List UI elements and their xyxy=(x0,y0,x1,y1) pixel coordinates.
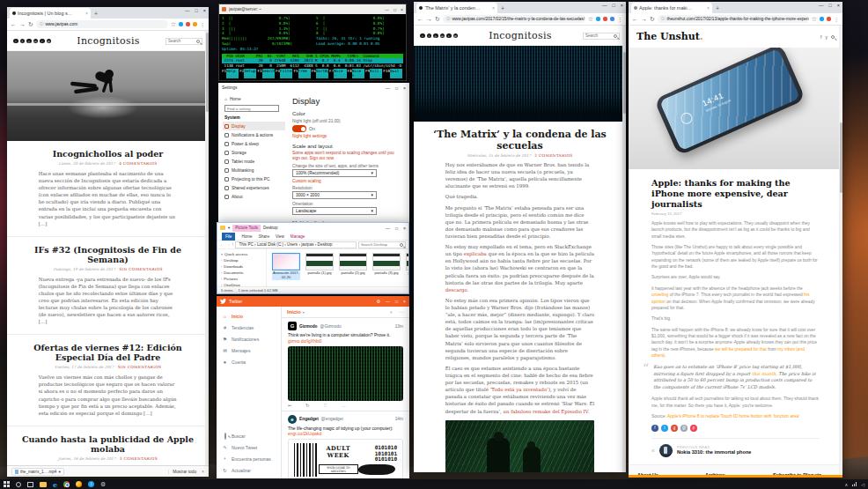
minimize-button[interactable]: — xyxy=(386,226,390,231)
orientation-dropdown[interactable]: Landscape▾ xyxy=(292,207,377,215)
nav-item-search[interactable]: Buscar xyxy=(217,430,281,441)
twitter-icon[interactable]: t xyxy=(420,33,425,39)
minimize-button[interactable]: — xyxy=(386,85,390,91)
close-button[interactable]: × xyxy=(837,3,840,8)
browser-tab[interactable]: ‘The Matrix’ y la conden… × xyxy=(416,3,497,13)
previous-post-title[interactable]: Nokia 3310: the immortal phone xyxy=(677,449,752,455)
close-button[interactable]: × xyxy=(403,226,406,231)
find-setting-box[interactable] xyxy=(224,105,279,112)
site-title[interactable]: Incognitosis xyxy=(51,35,166,47)
extension-icon-pocket[interactable] xyxy=(186,22,190,26)
back-icon[interactable]: ← xyxy=(417,16,423,22)
sidebar-item-tablet-mode[interactable]: Tablet mode xyxy=(223,157,285,166)
share-facebook-icon[interactable]: f xyxy=(651,425,658,432)
minimize-button[interactable]: — xyxy=(819,3,824,8)
inline-link[interactable]: ‘Todo está ya inventado’ xyxy=(490,387,548,392)
back-icon[interactable]: ← xyxy=(220,242,224,247)
network-icon[interactable] xyxy=(852,482,857,485)
close-shelf-icon[interactable]: × xyxy=(202,469,204,474)
close-button[interactable]: × xyxy=(401,7,403,12)
retweet-icon[interactable]: ↻ xyxy=(305,403,309,408)
search-input[interactable] xyxy=(361,242,398,247)
extension-icon-twitter[interactable] xyxy=(820,17,824,21)
comments-link[interactable]: 2 comentarios xyxy=(534,153,572,158)
sidebar-item-storage[interactable]: Storage xyxy=(223,148,285,157)
more-icon[interactable]: … xyxy=(399,308,404,316)
tweet-author[interactable]: Gizmodo xyxy=(299,324,318,329)
sidebar-item-documents[interactable]: ›Documents xyxy=(221,270,266,276)
sign-out-link[interactable]: Sign out now xyxy=(309,156,334,160)
source-link[interactable]: Apple's iPhone 8 to replace Touch ID hom… xyxy=(667,414,799,419)
firefox-icon[interactable] xyxy=(76,481,82,487)
maximize-button[interactable]: □ xyxy=(612,3,614,8)
tweet-link[interactable]: gizmo.do/IgXhbi0 xyxy=(288,338,322,344)
fkey-sortby[interactable]: SortBy xyxy=(316,69,328,78)
sidebar-item-projecting[interactable]: Projecting to this PC xyxy=(223,174,285,183)
night-light-toggle[interactable]: On xyxy=(292,125,402,132)
edge-icon[interactable]: e xyxy=(53,481,57,488)
qat-caret-icon[interactable]: ▾ xyxy=(228,226,230,230)
back-icon[interactable]: ← xyxy=(11,21,17,27)
file-item[interactable]: pantalla (2).jpg xyxy=(339,253,367,276)
post-comments-link[interactable]: 3 comentarios xyxy=(120,456,158,461)
avatar[interactable]: G xyxy=(288,322,297,330)
sidebar-item-shared-experiences[interactable]: Shared experiences xyxy=(223,183,285,192)
tweet-image-matrix-code[interactable] xyxy=(288,346,403,401)
post-title[interactable]: Cuando hasta la publicidad de Apple mola… xyxy=(21,435,195,455)
sidebar-item-desktop[interactable]: ›Desktop xyxy=(221,257,266,263)
share-pocket-icon[interactable]: p xyxy=(690,425,697,432)
tweet[interactable]: G Gizmodo @Gizmodo 13m Think we're livin… xyxy=(282,318,409,411)
maximize-button[interactable]: □ xyxy=(394,7,396,12)
settings-taskbar-icon[interactable]: ⚙ xyxy=(100,481,106,487)
scale-dropdown[interactable]: 100% (Recommended)▾ xyxy=(292,169,377,177)
scrollbar[interactable] xyxy=(205,31,209,465)
post-comments-link[interactable]: Sin comentarios xyxy=(119,267,163,271)
maximize-button[interactable]: □ xyxy=(195,8,197,13)
ribbon-tab-view[interactable]: View xyxy=(276,234,284,239)
site-info-icon[interactable]: ⓘ xyxy=(661,17,666,21)
extension-icon-twitter[interactable] xyxy=(179,22,183,26)
extension-icon-twitter[interactable] xyxy=(596,17,600,21)
maximize-button[interactable]: □ xyxy=(828,3,831,8)
site-search[interactable] xyxy=(583,33,620,40)
download-item[interactable]: the_matrix_1….mp4 ▾ xyxy=(11,468,64,476)
rss-icon[interactable]: r xyxy=(40,39,45,44)
tab-close-icon[interactable]: × xyxy=(707,5,710,11)
address-bar[interactable]: ⓘ www.javipas.com xyxy=(36,20,168,28)
twitter-icon[interactable]: y xyxy=(826,34,828,40)
maximize-button[interactable]: □ xyxy=(395,85,398,91)
linkedin-icon[interactable]: in xyxy=(440,33,445,39)
inline-link[interactable]: unveiling xyxy=(651,293,668,297)
tweet-image-adult-week[interactable]: ADULT WEEK YOUR GUIDE TO ADULTING 010101… xyxy=(288,439,403,478)
site-title[interactable]: Incognitosis xyxy=(458,30,583,41)
cortana-search-icon[interactable] xyxy=(16,482,21,487)
post-title[interactable]: IFs #32 (Incognitosis de Fin de Semana) xyxy=(21,246,195,265)
nav-item-refresh[interactable]: ↻Actualizar xyxy=(217,464,281,476)
address-bar[interactable]: ⓘ theunshut.com/2017/02/13/apple-thanks-… xyxy=(658,15,809,23)
resolution-dropdown[interactable]: 3000 × 2000▾ xyxy=(292,191,377,199)
site-info-icon[interactable]: ⓘ xyxy=(446,17,451,21)
sidebar-item-display[interactable]: Display xyxy=(223,122,285,130)
inline-link[interactable]: this month xyxy=(752,371,776,376)
facebook-icon[interactable]: f xyxy=(820,34,821,40)
file-item[interactable]: pantalla (1).jpg xyxy=(305,253,334,276)
nav-item-account[interactable]: ●Cuenta xyxy=(217,356,281,367)
tweet-link[interactable]: engt.co/2kUqwkd xyxy=(288,431,321,436)
nav-item-home[interactable]: ⌂Inicio xyxy=(217,310,281,322)
like-icon[interactable]: ♡ xyxy=(323,403,327,408)
tab-close-icon[interactable]: × xyxy=(85,11,88,16)
new-tab-button[interactable]: + xyxy=(94,11,98,17)
linkedin-icon[interactable]: in xyxy=(33,39,39,44)
sidebar-item-home[interactable]: ⌂Home xyxy=(223,94,285,103)
fkey-kill[interactable]: Kill xyxy=(370,69,382,78)
minimize-button[interactable]: — xyxy=(602,3,607,8)
file-item-selected[interactable]: Anotación 2017-02-20 103815.png xyxy=(272,253,300,280)
reload-icon[interactable]: ↻ xyxy=(28,21,33,27)
night-light-settings-link[interactable]: Night light settings xyxy=(292,134,402,138)
share-email-icon[interactable]: @ xyxy=(680,425,688,432)
ribbon-tab-file[interactable]: File xyxy=(222,233,235,241)
chevron-down-icon[interactable]: ▾ xyxy=(58,470,60,474)
forward-icon[interactable]: → xyxy=(426,16,432,22)
find-setting-input[interactable] xyxy=(227,107,276,111)
scrollbar-thumb[interactable] xyxy=(840,122,842,193)
